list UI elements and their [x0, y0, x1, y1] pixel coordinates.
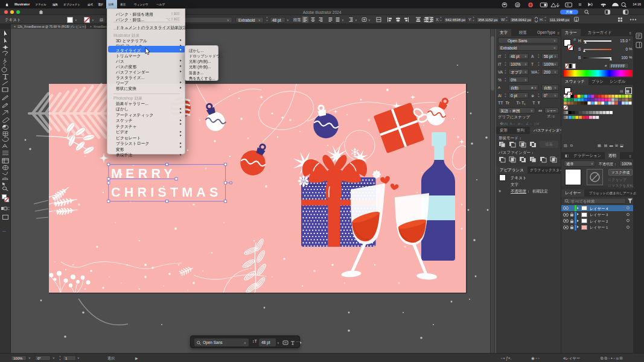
svg-text:CHRISTMAS: CHRISTMAS	[111, 185, 222, 200]
svg-text:A: A	[567, 4, 569, 7]
svg-text:@: @	[516, 3, 519, 7]
